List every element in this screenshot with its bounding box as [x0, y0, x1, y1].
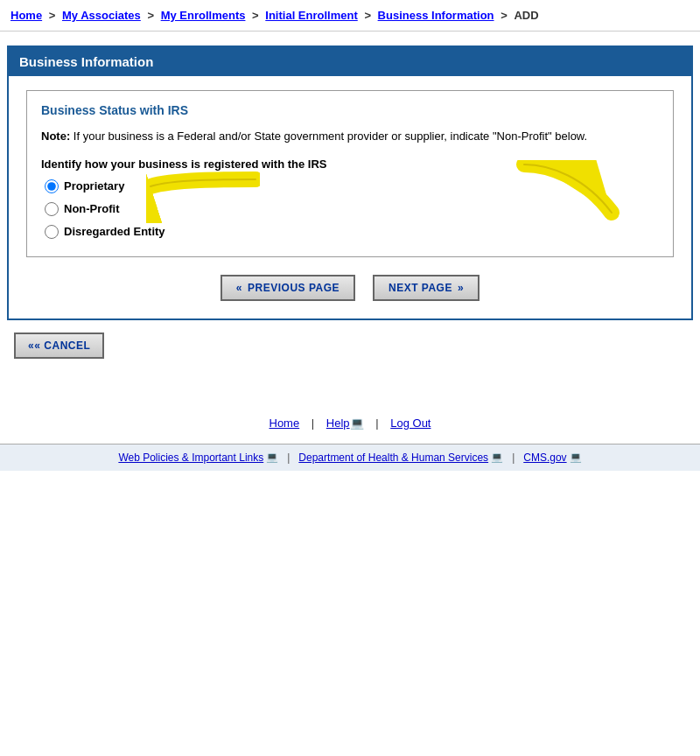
radio-group-wrapper: Proprietary Non-Profit Disregarded Entit…: [41, 179, 165, 239]
footer-help-link[interactable]: Help: [326, 416, 350, 430]
breadcrumb-my-associates[interactable]: My Associates: [62, 9, 141, 22]
radio-item-disregarded: Disregarded Entity: [45, 225, 165, 239]
cancel-icon: ««: [28, 340, 40, 352]
next-icon: »: [458, 282, 464, 294]
prev-icon: «: [236, 282, 242, 294]
irs-label: Identify how your business is registered…: [41, 158, 659, 171]
footer-bottom: Web Policies & Important Links 💻 | Depar…: [0, 444, 700, 471]
monitor-icon-3: 💻: [570, 452, 582, 463]
breadcrumb-add: ADD: [514, 9, 538, 22]
next-page-button[interactable]: NEXT PAGE »: [373, 275, 480, 301]
cancel-button[interactable]: «« CANCEL: [14, 332, 104, 359]
footer-logout-link[interactable]: Log Out: [390, 416, 430, 430]
footer-home-link[interactable]: Home: [270, 416, 300, 430]
panel-header: Business Information: [9, 47, 691, 76]
cancel-wrapper: «« CANCEL: [7, 332, 693, 359]
note-content: If your business is a Federal and/or Sta…: [74, 130, 587, 143]
footer-links: Home | Help💻 | Log Out: [0, 390, 700, 444]
next-page-label: NEXT PAGE: [388, 282, 452, 294]
arrow-right-icon: [515, 160, 620, 230]
panel-title: Business Information: [19, 54, 153, 69]
navigation-buttons: « PREVIOUS PAGE NEXT PAGE »: [26, 275, 674, 301]
panel-body: Business Status with IRS Note: If your b…: [9, 76, 691, 318]
radio-disregarded-label[interactable]: Disregarded Entity: [64, 225, 165, 238]
footer-cms-link[interactable]: CMS.gov: [523, 452, 566, 464]
radio-nonprofit[interactable]: [45, 202, 59, 216]
business-information-panel: Business Information Business Status wit…: [7, 46, 693, 320]
radio-item-proprietary: Proprietary: [45, 179, 165, 193]
radio-item-nonprofit: Non-Profit: [45, 202, 165, 216]
radio-proprietary[interactable]: [45, 179, 59, 193]
breadcrumb-business-info[interactable]: Business Information: [378, 9, 494, 22]
monitor-icon-1: 💻: [266, 452, 278, 463]
footer-hhs-link[interactable]: Department of Health & Human Services: [298, 452, 488, 464]
main-content: Business Information Business Status wit…: [0, 32, 700, 390]
radio-nonprofit-label[interactable]: Non-Profit: [64, 202, 120, 215]
note-text: Note: If your business is a Federal and/…: [41, 128, 659, 145]
business-status-section: Business Status with IRS Note: If your b…: [26, 90, 674, 257]
breadcrumb: Home > My Associates > My Enrollments > …: [0, 0, 700, 32]
footer-web-policies-link[interactable]: Web Policies & Important Links: [118, 452, 263, 464]
breadcrumb-home[interactable]: Home: [10, 9, 42, 22]
previous-page-button[interactable]: « PREVIOUS PAGE: [220, 275, 355, 301]
note-label: Note:: [41, 130, 70, 143]
breadcrumb-my-enrollments[interactable]: My Enrollments: [161, 9, 246, 22]
radio-group: Proprietary Non-Profit Disregarded Entit…: [45, 179, 165, 239]
cancel-label: CANCEL: [44, 340, 90, 352]
radio-proprietary-label[interactable]: Proprietary: [64, 179, 124, 192]
breadcrumb-initial-enrollment[interactable]: Initial Enrollment: [265, 9, 357, 22]
monitor-icon-2: 💻: [491, 452, 503, 463]
radio-disregarded[interactable]: [45, 225, 59, 239]
section-title: Business Status with IRS: [41, 103, 659, 117]
previous-page-label: PREVIOUS PAGE: [248, 282, 340, 294]
